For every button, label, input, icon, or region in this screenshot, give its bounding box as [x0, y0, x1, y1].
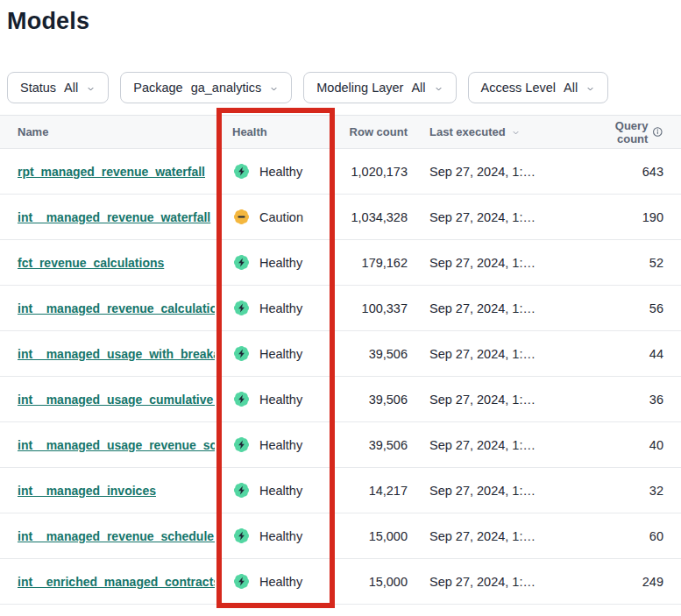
health-status-label: Healthy [259, 347, 302, 361]
table-row: int__enriched_managed_contracts Healthy … [0, 559, 681, 605]
chevron-down-icon [86, 84, 96, 94]
filter-modeling-layer-value: All [411, 81, 425, 95]
health-cell: Healthy [215, 572, 333, 591]
page-title: Models [7, 8, 681, 35]
health-cell: Healthy [215, 435, 333, 454]
model-name-link[interactable]: int__enriched_managed_contracts [18, 575, 215, 589]
query-count-cell: 60 [592, 529, 681, 543]
health-status-label: Healthy [259, 484, 302, 498]
model-name-link[interactable]: int__managed_usage_cumulative_… [18, 393, 215, 407]
query-count-cell: 56 [592, 301, 681, 315]
zap-badge-icon [232, 162, 251, 181]
table-body: rpt_managed_revenue_waterfall Healthy 1,… [0, 149, 681, 605]
filter-access-level-value: All [564, 81, 578, 95]
table-row: rpt_managed_revenue_waterfall Healthy 1,… [0, 149, 681, 195]
row-count-cell: 179,162 [333, 256, 408, 270]
filter-package-value: ga_analytics [191, 81, 262, 95]
query-count-cell: 643 [592, 165, 681, 179]
model-name-link[interactable]: int__managed_revenue_calculations [18, 301, 215, 315]
zap-badge-icon [232, 527, 251, 545]
column-header-last-executed[interactable]: Last executed [408, 125, 592, 138]
row-count-cell: 100,337 [333, 301, 408, 315]
health-status-label: Healthy [259, 165, 302, 179]
query-count-cell: 52 [592, 256, 681, 270]
filter-modeling-layer-button[interactable]: Modeling Layer All [303, 72, 456, 103]
health-status-label: Healthy [259, 529, 302, 543]
health-status-label: Healthy [259, 438, 302, 452]
model-name-cell: int__enriched_managed_contracts [0, 575, 215, 589]
model-name-cell: int__managed_revenue_schedule_… [0, 529, 215, 543]
zap-badge-icon [232, 344, 251, 363]
chevron-down-icon [434, 84, 443, 94]
model-name-cell: fct_revenue_calculations [0, 256, 215, 270]
chevron-down-icon [269, 84, 279, 94]
table-row: int__managed_revenue_waterfall Caution 1… [0, 195, 681, 240]
last-executed-cell: Sep 27, 2024, 1:… [408, 301, 592, 315]
chevron-down-icon [585, 84, 595, 94]
health-cell: Healthy [215, 253, 333, 272]
table-row: int__managed_revenue_schedule_… Healthy … [0, 513, 681, 559]
zap-badge-icon [232, 253, 251, 272]
filter-status-label: Status [20, 81, 56, 95]
zap-badge-icon [232, 572, 251, 591]
last-executed-cell: Sep 27, 2024, 1:… [408, 210, 592, 224]
column-header-last-executed-label: Last executed [429, 125, 506, 138]
model-name-cell: int__managed_revenue_calculations [0, 301, 215, 315]
table-row: int__managed_usage_revenue_sc… Healthy 3… [0, 422, 681, 468]
row-count-cell: 1,034,328 [333, 210, 408, 224]
health-status-label: Healthy [259, 301, 302, 315]
table-row: int__managed_invoices Healthy 14,217 Sep… [0, 468, 681, 513]
health-cell: Healthy [215, 299, 333, 317]
last-executed-cell: Sep 27, 2024, 1:… [408, 484, 592, 498]
model-name-link[interactable]: int__managed_usage_revenue_sc… [18, 438, 215, 452]
query-count-cell: 40 [592, 438, 681, 452]
model-name-cell: int__managed_usage_with_breaka… [0, 347, 215, 361]
health-cell: Healthy [215, 527, 333, 545]
query-count-cell: 32 [592, 484, 681, 498]
info-icon[interactable] [652, 125, 663, 138]
filter-modeling-layer-label: Modeling Layer [316, 81, 403, 95]
table-row: fct_revenue_calculations Healthy 179,162… [0, 240, 681, 286]
model-name-cell: int__managed_usage_cumulative_… [0, 393, 215, 407]
model-name-link[interactable]: rpt_managed_revenue_waterfall [18, 165, 205, 179]
model-name-cell: rpt_managed_revenue_waterfall [0, 165, 215, 179]
row-count-cell: 1,020,173 [333, 165, 408, 179]
column-header-name: Name [0, 125, 215, 138]
minus-badge-icon [232, 208, 251, 226]
model-name-cell: int__managed_revenue_waterfall [0, 210, 215, 224]
model-name-link[interactable]: int__managed_usage_with_breaka… [18, 347, 215, 361]
health-status-label: Healthy [259, 393, 302, 407]
column-header-query-count: Query count [592, 119, 681, 145]
model-name-link[interactable]: int__managed_revenue_waterfall [18, 210, 210, 224]
query-count-cell: 36 [592, 393, 681, 407]
filter-access-level-button[interactable]: Access Level All [468, 72, 609, 103]
last-executed-cell: Sep 27, 2024, 1:… [408, 529, 592, 543]
health-cell: Healthy [215, 162, 333, 181]
model-name-link[interactable]: int__managed_invoices [18, 484, 156, 498]
zap-badge-icon [232, 435, 251, 454]
query-count-cell: 44 [592, 347, 681, 361]
column-header-query-count-label: Query count [592, 119, 648, 145]
query-count-cell: 190 [592, 210, 681, 224]
filter-package-button[interactable]: Package ga_analytics [120, 72, 292, 103]
model-name-cell: int__managed_invoices [0, 484, 215, 498]
filter-bar: Status All Package ga_analytics Modeling… [7, 72, 608, 103]
last-executed-cell: Sep 27, 2024, 1:… [408, 347, 592, 361]
row-count-cell: 14,217 [333, 484, 408, 498]
filter-status-button[interactable]: Status All [7, 72, 109, 103]
last-executed-cell: Sep 27, 2024, 1:… [408, 393, 592, 407]
model-name-link[interactable]: int__managed_revenue_schedule_… [18, 529, 215, 543]
filter-access-level-label: Access Level [481, 81, 556, 95]
models-table: Name Health Row count Last executed Quer… [0, 115, 681, 605]
row-count-cell: 39,506 [333, 393, 408, 407]
row-count-cell: 39,506 [333, 438, 408, 452]
table-row: int__managed_usage_cumulative_… Healthy … [0, 377, 681, 422]
zap-badge-icon [232, 481, 251, 499]
model-name-link[interactable]: fct_revenue_calculations [18, 256, 164, 270]
last-executed-cell: Sep 27, 2024, 1:… [408, 256, 592, 270]
model-name-cell: int__managed_usage_revenue_sc… [0, 438, 215, 452]
table-header-row: Name Health Row count Last executed Quer… [0, 115, 681, 149]
row-count-cell: 15,000 [333, 529, 408, 543]
column-header-health: Health [215, 125, 333, 138]
table-row: int__managed_revenue_calculations Health… [0, 286, 681, 331]
